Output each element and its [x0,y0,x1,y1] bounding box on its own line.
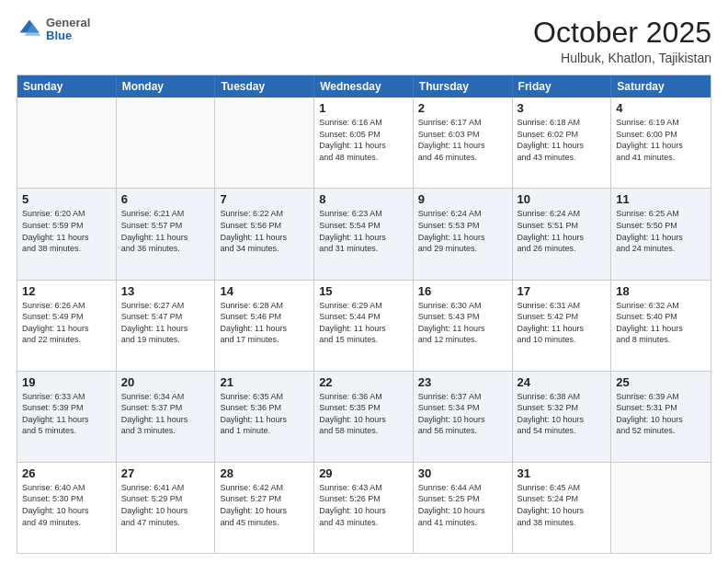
day-number: 27 [121,466,210,480]
day-number: 7 [220,192,309,206]
day-number: 25 [616,375,706,389]
day-number: 22 [319,375,408,389]
day-info: Sunrise: 6:25 AM Sunset: 5:50 PM Dayligh… [616,208,706,254]
page: General Blue October 2025 Hulbuk, Khatlo… [0,0,728,563]
day-info: Sunrise: 6:29 AM Sunset: 5:44 PM Dayligh… [319,300,408,346]
calendar-cell: 6Sunrise: 6:21 AM Sunset: 5:57 PM Daylig… [117,189,216,279]
header-day-friday: Friday [513,75,612,98]
header-day-sunday: Sunday [17,75,117,98]
day-info: Sunrise: 6:23 AM Sunset: 5:54 PM Dayligh… [319,208,408,254]
day-info: Sunrise: 6:38 AM Sunset: 5:32 PM Dayligh… [518,391,607,437]
calendar-cell: 27Sunrise: 6:41 AM Sunset: 5:29 PM Dayli… [117,463,216,553]
day-info: Sunrise: 6:34 AM Sunset: 5:37 PM Dayligh… [121,391,210,437]
logo-general: General [46,17,90,29]
logo-icon [17,17,42,42]
day-info: Sunrise: 6:24 AM Sunset: 5:53 PM Dayligh… [418,208,507,254]
logo-text: General Blue [46,17,90,43]
day-number: 9 [418,192,507,206]
day-number: 31 [518,466,607,480]
day-number: 10 [518,192,607,206]
day-number: 6 [121,192,210,206]
day-number: 30 [418,466,507,480]
calendar-cell: 10Sunrise: 6:24 AM Sunset: 5:51 PM Dayli… [513,189,612,279]
logo: General Blue [17,17,90,43]
calendar-cell [17,98,117,188]
header-day-monday: Monday [117,75,216,98]
day-number: 19 [22,375,111,389]
day-info: Sunrise: 6:18 AM Sunset: 6:02 PM Dayligh… [518,117,607,163]
day-info: Sunrise: 6:19 AM Sunset: 6:00 PM Dayligh… [616,117,706,163]
day-number: 29 [319,466,408,480]
day-number: 11 [616,192,706,206]
day-number: 15 [319,284,408,298]
day-number: 16 [418,284,507,298]
day-number: 5 [22,192,111,206]
calendar-cell: 3Sunrise: 6:18 AM Sunset: 6:02 PM Daylig… [513,98,612,188]
calendar-row-4: 26Sunrise: 6:40 AM Sunset: 5:30 PM Dayli… [17,463,711,553]
day-info: Sunrise: 6:36 AM Sunset: 5:35 PM Dayligh… [319,391,408,437]
day-info: Sunrise: 6:30 AM Sunset: 5:43 PM Dayligh… [418,300,507,346]
day-number: 24 [518,375,607,389]
day-number: 20 [121,375,210,389]
calendar-cell: 29Sunrise: 6:43 AM Sunset: 5:26 PM Dayli… [314,463,414,553]
day-number: 12 [22,284,111,298]
calendar-cell: 14Sunrise: 6:28 AM Sunset: 5:46 PM Dayli… [215,281,314,371]
calendar-cell: 28Sunrise: 6:42 AM Sunset: 5:27 PM Dayli… [215,463,314,553]
day-info: Sunrise: 6:21 AM Sunset: 5:57 PM Dayligh… [121,208,210,254]
day-info: Sunrise: 6:31 AM Sunset: 5:42 PM Dayligh… [518,300,607,346]
day-info: Sunrise: 6:27 AM Sunset: 5:47 PM Dayligh… [121,300,210,346]
day-info: Sunrise: 6:39 AM Sunset: 5:31 PM Dayligh… [616,391,706,437]
day-info: Sunrise: 6:28 AM Sunset: 5:46 PM Dayligh… [220,300,309,346]
calendar-cell: 16Sunrise: 6:30 AM Sunset: 5:43 PM Dayli… [414,281,513,371]
calendar-cell: 21Sunrise: 6:35 AM Sunset: 5:36 PM Dayli… [215,372,314,462]
calendar-cell: 4Sunrise: 6:19 AM Sunset: 6:00 PM Daylig… [611,98,711,188]
day-number: 28 [220,466,309,480]
day-info: Sunrise: 6:20 AM Sunset: 5:59 PM Dayligh… [22,208,111,254]
calendar-cell: 20Sunrise: 6:34 AM Sunset: 5:37 PM Dayli… [117,372,216,462]
title-block: October 2025 Hulbuk, Khatlon, Tajikistan [533,17,711,65]
day-number: 2 [418,101,507,115]
calendar-row-1: 5Sunrise: 6:20 AM Sunset: 5:59 PM Daylig… [17,189,711,280]
calendar-cell: 15Sunrise: 6:29 AM Sunset: 5:44 PM Dayli… [314,281,414,371]
day-info: Sunrise: 6:45 AM Sunset: 5:24 PM Dayligh… [518,482,607,528]
calendar-cell [215,98,314,188]
calendar: SundayMondayTuesdayWednesdayThursdayFrid… [17,75,711,554]
day-number: 3 [518,101,607,115]
calendar-cell: 31Sunrise: 6:45 AM Sunset: 5:24 PM Dayli… [513,463,612,553]
day-info: Sunrise: 6:17 AM Sunset: 6:03 PM Dayligh… [418,117,507,163]
calendar-cell: 8Sunrise: 6:23 AM Sunset: 5:54 PM Daylig… [314,189,414,279]
calendar-cell: 26Sunrise: 6:40 AM Sunset: 5:30 PM Dayli… [17,463,117,553]
calendar-cell: 18Sunrise: 6:32 AM Sunset: 5:40 PM Dayli… [611,281,711,371]
day-info: Sunrise: 6:42 AM Sunset: 5:27 PM Dayligh… [220,482,309,528]
day-info: Sunrise: 6:26 AM Sunset: 5:49 PM Dayligh… [22,300,111,346]
calendar-row-0: 1Sunrise: 6:16 AM Sunset: 6:05 PM Daylig… [17,98,711,189]
header-day-tuesday: Tuesday [215,75,314,98]
calendar-cell: 24Sunrise: 6:38 AM Sunset: 5:32 PM Dayli… [513,372,612,462]
calendar-body: 1Sunrise: 6:16 AM Sunset: 6:05 PM Daylig… [17,98,711,553]
day-info: Sunrise: 6:44 AM Sunset: 5:25 PM Dayligh… [418,482,507,528]
header-day-wednesday: Wednesday [314,75,414,98]
day-number: 1 [319,101,408,115]
calendar-cell: 30Sunrise: 6:44 AM Sunset: 5:25 PM Dayli… [414,463,513,553]
calendar-cell: 25Sunrise: 6:39 AM Sunset: 5:31 PM Dayli… [611,372,711,462]
day-info: Sunrise: 6:35 AM Sunset: 5:36 PM Dayligh… [220,391,309,437]
day-number: 17 [518,284,607,298]
calendar-row-2: 12Sunrise: 6:26 AM Sunset: 5:49 PM Dayli… [17,281,711,372]
day-info: Sunrise: 6:22 AM Sunset: 5:56 PM Dayligh… [220,208,309,254]
calendar-header: SundayMondayTuesdayWednesdayThursdayFrid… [17,75,711,98]
calendar-cell: 11Sunrise: 6:25 AM Sunset: 5:50 PM Dayli… [611,189,711,279]
day-info: Sunrise: 6:24 AM Sunset: 5:51 PM Dayligh… [518,208,607,254]
day-number: 23 [418,375,507,389]
day-info: Sunrise: 6:16 AM Sunset: 6:05 PM Dayligh… [319,117,408,163]
calendar-row-3: 19Sunrise: 6:33 AM Sunset: 5:39 PM Dayli… [17,372,711,463]
header: General Blue October 2025 Hulbuk, Khatlo… [17,17,711,65]
day-number: 14 [220,284,309,298]
calendar-cell: 9Sunrise: 6:24 AM Sunset: 5:53 PM Daylig… [414,189,513,279]
day-info: Sunrise: 6:33 AM Sunset: 5:39 PM Dayligh… [22,391,111,437]
day-number: 4 [616,101,706,115]
month-title: October 2025 [533,17,711,49]
calendar-cell: 5Sunrise: 6:20 AM Sunset: 5:59 PM Daylig… [17,189,117,279]
calendar-cell: 19Sunrise: 6:33 AM Sunset: 5:39 PM Dayli… [17,372,117,462]
header-day-thursday: Thursday [414,75,513,98]
day-number: 26 [22,466,111,480]
